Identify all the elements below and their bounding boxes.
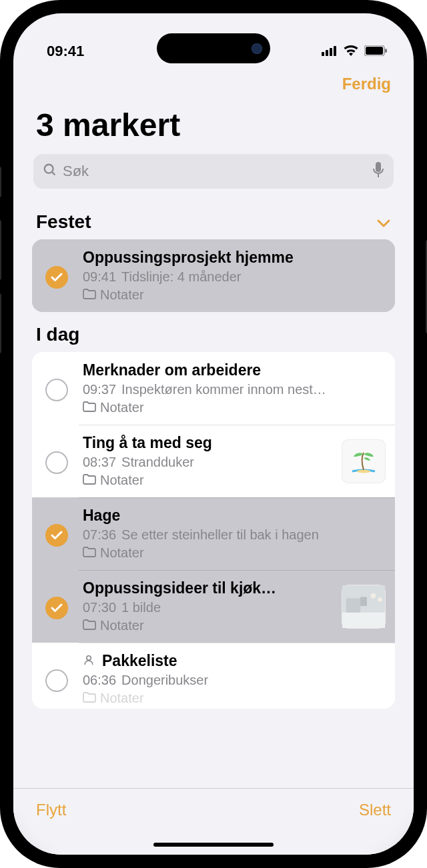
cellular-icon	[322, 43, 338, 60]
dictation-icon[interactable]	[372, 162, 384, 181]
today-list: Merknader om arbeidere 09:37Inspektøren …	[32, 352, 395, 709]
svg-rect-15	[360, 597, 367, 606]
svg-point-17	[378, 597, 382, 601]
screen: 09:41 Ferdig 3 markert	[13, 13, 414, 855]
svg-point-16	[371, 593, 376, 598]
svg-point-11	[357, 469, 370, 473]
svg-rect-2	[330, 48, 332, 56]
note-folder: Notater	[83, 287, 386, 303]
search-field[interactable]	[33, 154, 394, 189]
svg-rect-5	[366, 47, 383, 55]
folder-icon	[83, 473, 96, 488]
note-folder: Notater	[83, 473, 334, 488]
svg-point-7	[45, 165, 53, 173]
svg-rect-0	[322, 52, 324, 56]
svg-rect-3	[334, 46, 336, 56]
note-row[interactable]: Pakkeliste 06:36Dongeribukser Notater	[32, 643, 395, 709]
folder-icon	[83, 400, 96, 415]
chevron-down-icon	[376, 211, 391, 233]
front-camera	[252, 43, 262, 54]
note-subtitle: 06:36Dongeribukser	[83, 673, 386, 688]
note-thumbnail	[342, 439, 386, 483]
pinned-list: Oppussingsprosjekt hjemme 09:41Tidslinje…	[32, 239, 395, 312]
section-header-pinned[interactable]: Festet	[13, 199, 414, 239]
note-subtitle: 07:301 bilde	[83, 600, 334, 615]
section-label: Festet	[36, 211, 91, 233]
selection-checkbox[interactable]	[45, 451, 68, 474]
note-subtitle: 08:37Strandduker	[83, 455, 334, 470]
selection-checkbox[interactable]	[45, 597, 68, 619]
svg-rect-6	[385, 49, 387, 53]
dynamic-island	[157, 33, 270, 63]
done-button[interactable]: Ferdig	[342, 75, 391, 93]
delete-button[interactable]: Slett	[359, 801, 391, 819]
folder-icon	[83, 691, 96, 706]
note-title: Pakkeliste	[83, 652, 386, 670]
shared-icon	[83, 655, 98, 669]
svg-rect-1	[326, 50, 328, 56]
note-row[interactable]: Merknader om arbeidere 09:37Inspektøren …	[32, 352, 395, 425]
search-icon	[43, 163, 57, 180]
battery-icon	[364, 43, 387, 60]
svg-rect-14	[346, 598, 360, 612]
volume-down	[0, 293, 1, 353]
folder-icon	[83, 618, 96, 633]
note-title: Merknader om arbeidere	[83, 361, 386, 379]
note-title: Hage	[83, 507, 386, 525]
note-row[interactable]: Ting å ta med seg 08:37Strandduker Notat…	[32, 425, 395, 497]
svg-rect-9	[376, 162, 381, 172]
note-title: Ting å ta med seg	[83, 434, 334, 452]
note-folder: Notater	[83, 618, 334, 633]
status-time: 09:41	[47, 43, 84, 60]
selection-checkbox[interactable]	[45, 669, 68, 692]
note-title: Oppussingsideer til kjøk…	[83, 579, 334, 597]
move-button[interactable]: Flytt	[36, 801, 66, 819]
folder-icon	[83, 287, 96, 303]
silent-switch	[0, 167, 1, 197]
svg-line-8	[52, 172, 55, 175]
volume-up	[0, 220, 1, 280]
note-subtitle: 09:41Tidslinje: 4 måneder	[83, 269, 386, 285]
page-title: 3 markert	[13, 101, 414, 154]
nav-bar: Ferdig	[13, 67, 414, 101]
note-row[interactable]: Hage 07:36Se etter steinheller til bak i…	[32, 497, 395, 570]
note-row[interactable]: Oppussingsideer til kjøk… 07:301 bilde N…	[32, 570, 395, 643]
search-input[interactable]	[63, 163, 372, 180]
folder-icon	[83, 545, 96, 561]
section-label: I dag	[36, 324, 79, 345]
note-row[interactable]: Oppussingsprosjekt hjemme 09:41Tidslinje…	[32, 239, 395, 312]
phone-frame: 09:41 Ferdig 3 markert	[0, 0, 427, 868]
selection-checkbox[interactable]	[45, 524, 68, 547]
note-title: Oppussingsprosjekt hjemme	[83, 249, 386, 267]
note-subtitle: 09:37Inspektøren kommer innom nest…	[83, 382, 386, 397]
selection-checkbox[interactable]	[45, 379, 68, 401]
selection-checkbox[interactable]	[45, 266, 68, 289]
svg-point-18	[87, 656, 91, 660]
note-thumbnail	[342, 585, 386, 629]
note-subtitle: 07:36Se etter steinheller til bak i hage…	[83, 527, 386, 543]
home-indicator[interactable]	[153, 843, 274, 847]
note-folder: Notater	[83, 545, 386, 561]
note-folder: Notater	[83, 691, 386, 706]
content: Ferdig 3 markert Festet	[13, 67, 414, 788]
wifi-icon	[343, 43, 359, 60]
svg-rect-13	[342, 612, 385, 627]
section-header-today: I dag	[13, 312, 414, 352]
note-folder: Notater	[83, 400, 386, 415]
